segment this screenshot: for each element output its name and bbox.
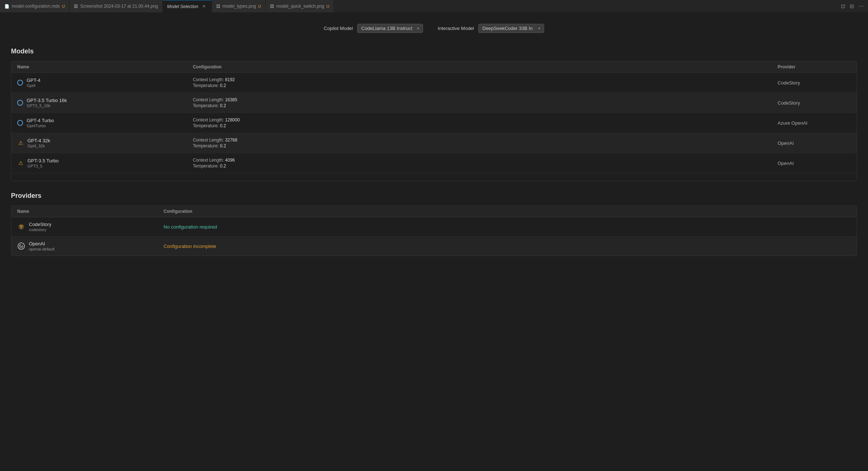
context-length-line: Context Length: 4096 <box>193 158 778 163</box>
providers-row[interactable]: OpenAI openai-default Configuration inco… <box>11 237 857 256</box>
tab-badge: U <box>62 4 65 8</box>
provider-cell: CodeStory <box>778 80 851 86</box>
temperature-value: 0.2 <box>220 123 226 128</box>
table-row[interactable]: GPT-3.5 Turbo 16k GPT3_5_16k Context Len… <box>11 93 857 113</box>
provider-cell: CodeStory <box>778 100 851 106</box>
providers-table-header: Name Configuration <box>11 206 857 217</box>
table-row[interactable]: ⚠ GPT-4 32k Gpt4_32k Context Length: 327… <box>11 133 857 153</box>
provider-id: openai-default <box>29 247 55 251</box>
provider-cell: OpenAI <box>778 140 851 146</box>
main-content: Copilot Model CodeLlama 13B Instruct ▾ I… <box>0 13 868 471</box>
model-id: GPT3_5_16k <box>27 103 67 108</box>
model-status-icon <box>17 120 23 126</box>
providers-section: Providers Name Configuration CodeStory <box>11 192 857 256</box>
provider-names: OpenAI openai-default <box>29 241 55 251</box>
config-status: No configuration required <box>164 224 851 230</box>
model-status-icon <box>17 80 23 86</box>
provider-name-cell: OpenAI openai-default <box>17 241 164 251</box>
tab-model-selection[interactable]: Model Selection ✕ <box>163 0 212 13</box>
context-length-line: Context Length: 128000 <box>193 117 778 123</box>
tab-label: model_quick_switch.png <box>276 4 324 9</box>
interactive-model-label: Interactive Model <box>438 26 474 31</box>
temperature-value: 0.2 <box>220 143 226 148</box>
context-length-line: Context Length: 8192 <box>193 77 778 82</box>
table-row[interactable]: ⚠ GPT-3.5 Turbo GPT3_5 Context Length: 4… <box>11 153 857 173</box>
tab-model-configuration[interactable]: 📄 model-configuration.mdx U <box>0 0 70 13</box>
model-names: GPT-3.5 Turbo 16k GPT3_5_16k <box>27 98 67 108</box>
tab-more-icon[interactable]: ⋯ <box>857 3 865 10</box>
model-display-name: GPT-4 <box>27 78 41 83</box>
models-col-config: Configuration <box>193 64 778 69</box>
codestory-icon <box>17 223 25 231</box>
models-col-provider: Provider <box>778 64 851 69</box>
context-length-value: 32768 <box>225 137 237 143</box>
model-cell: GPT-4 Gpt4 <box>17 78 193 88</box>
interactive-model-dropdown[interactable]: DeepSeekCoder 33B In ▾ <box>478 24 544 33</box>
context-length-value: 4096 <box>225 158 235 163</box>
model-id: Gpt4Turbo <box>27 124 54 128</box>
models-table: Name Configuration Provider GPT-4 Gpt4 C… <box>11 61 857 181</box>
config-cell: Context Length: 16385 Temperature: 0.2 <box>193 97 778 108</box>
tab-model-quick-switch[interactable]: 🖼 model_quick_switch.png U <box>266 0 334 13</box>
tab-split-icon[interactable]: ⊟ <box>848 3 856 10</box>
config-cell: Context Length: 8192 Temperature: 0.2 <box>193 77 778 88</box>
context-length-line: Context Length: 32768 <box>193 137 778 143</box>
providers-table: Name Configuration CodeStory codestory <box>11 206 857 256</box>
model-cell: ⚠ GPT-3.5 Turbo GPT3_5 <box>17 158 193 168</box>
table-row[interactable]: GPT-4 Gpt4 Context Length: 8192 Temperat… <box>11 73 857 93</box>
model-id: Gpt4 <box>27 83 41 88</box>
model-display-name: GPT-3.5 Turbo 16k <box>27 98 67 103</box>
tab-label: Model Selection <box>167 4 198 9</box>
tab-file-icon: 📄 <box>4 4 10 9</box>
copilot-model-value: CodeLlama 13B Instruct <box>361 26 412 31</box>
provider-display-name: OpenAI <box>29 241 55 246</box>
model-cell: GPT-3.5 Turbo 16k GPT3_5_16k <box>17 98 193 108</box>
model-warning-icon: ⚠ <box>17 140 24 146</box>
copilot-model-group: Copilot Model CodeLlama 13B Instruct ▾ <box>324 24 423 33</box>
tab-file-icon: 🖼 <box>74 4 78 8</box>
temperature-value: 0.2 <box>220 103 226 108</box>
context-length-line: Context Length: 16385 <box>193 97 778 102</box>
tab-file-icon: 🖼 <box>216 4 220 8</box>
temperature-line: Temperature: 0.2 <box>193 83 778 88</box>
models-section: Models Name Configuration Provider GPT-4… <box>11 48 857 181</box>
provider-names: CodeStory codestory <box>29 222 51 232</box>
chevron-down-icon: ▾ <box>538 26 540 30</box>
model-status-icon <box>17 100 23 106</box>
model-display-name: GPT-4 32k <box>27 138 50 143</box>
openai-icon <box>17 242 25 250</box>
providers-col-name: Name <box>17 209 164 214</box>
tab-layout-icon[interactable]: ⊡ <box>839 3 847 10</box>
provider-id: codestory <box>29 227 51 232</box>
provider-cell: Azure OpenAI <box>778 120 851 126</box>
interactive-model-group: Interactive Model DeepSeekCoder 33B In ▾ <box>438 24 544 33</box>
tab-bar: 📄 model-configuration.mdx U 🖼 Screenshot… <box>0 0 868 13</box>
config-cell: Context Length: 4096 Temperature: 0.2 <box>193 158 778 169</box>
provider-display-name: CodeStory <box>29 222 51 227</box>
temperature-value: 0.2 <box>220 163 226 169</box>
providers-section-title: Providers <box>11 192 857 200</box>
model-names: GPT-4 32k Gpt4_32k <box>27 138 50 148</box>
model-names: GPT-4 Gpt4 <box>27 78 41 88</box>
tab-file-icon: 🖼 <box>270 4 274 8</box>
temperature-line: Temperature: 0.2 <box>193 123 778 128</box>
context-length-value: 16385 <box>225 97 237 102</box>
model-display-name: GPT-3.5 Turbo <box>27 158 59 163</box>
tab-badge: U <box>258 4 261 8</box>
tab-badge: U <box>326 4 329 8</box>
providers-row[interactable]: CodeStory codestory No configuration req… <box>11 217 857 237</box>
context-length-value: 8192 <box>225 77 235 82</box>
tab-model-types[interactable]: 🖼 model_types.png U <box>212 0 266 13</box>
model-names: GPT-3.5 Turbo GPT3_5 <box>27 158 59 168</box>
table-row[interactable]: GPT-4 Turbo Gpt4Turbo Context Length: 12… <box>11 113 857 133</box>
interactive-model-value: DeepSeekCoder 33B In <box>482 26 532 31</box>
svg-point-0 <box>18 243 25 249</box>
model-cell: ⚠ GPT-4 32k Gpt4_32k <box>17 138 193 148</box>
chevron-down-icon: ▾ <box>417 26 419 30</box>
tab-close-icon[interactable]: ✕ <box>201 4 207 10</box>
tab-screenshot[interactable]: 🖼 Screenshot 2024-03-17 at 21.00.44.png <box>70 0 162 13</box>
config-cell: Context Length: 32768 Temperature: 0.2 <box>193 137 778 148</box>
tab-actions: ⊡ ⊟ ⋯ <box>837 3 868 10</box>
copilot-model-dropdown[interactable]: CodeLlama 13B Instruct ▾ <box>357 24 423 33</box>
temperature-value: 0.2 <box>220 83 226 88</box>
